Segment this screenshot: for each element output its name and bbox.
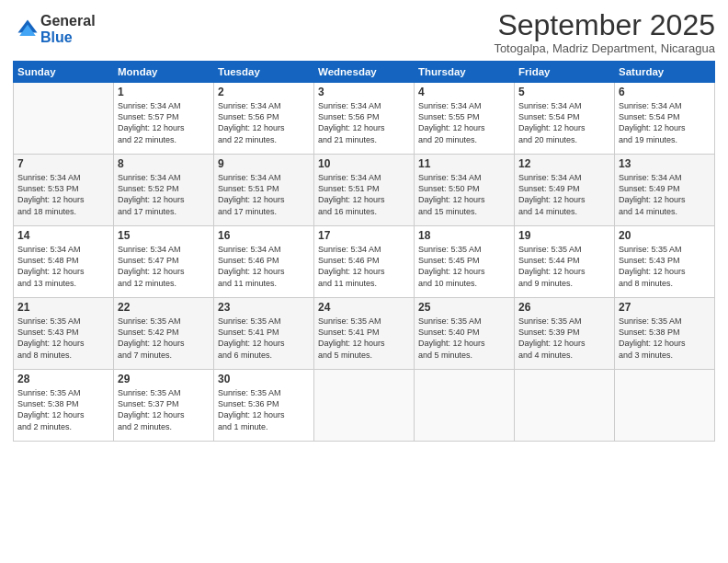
day-info: Sunrise: 5:35 AM Sunset: 5:43 PM Dayligh… [17, 316, 109, 361]
calendar-cell: 7Sunrise: 5:34 AM Sunset: 5:53 PM Daylig… [14, 155, 114, 226]
logo-general: General [40, 13, 96, 29]
title-block: September 2025 Totogalpa, Madriz Departm… [494, 9, 715, 55]
day-info: Sunrise: 5:34 AM Sunset: 5:46 PM Dayligh… [218, 244, 310, 289]
day-info: Sunrise: 5:34 AM Sunset: 5:51 PM Dayligh… [218, 172, 310, 217]
month-title: September 2025 [494, 9, 715, 41]
header: General Blue September 2025 Totogalpa, M… [13, 9, 715, 55]
calendar-cell: 4Sunrise: 5:34 AM Sunset: 5:55 PM Daylig… [415, 83, 515, 155]
day-number: 5 [518, 86, 610, 98]
day-info: Sunrise: 5:34 AM Sunset: 5:55 PM Dayligh… [418, 100, 510, 145]
day-info: Sunrise: 5:34 AM Sunset: 5:53 PM Dayligh… [17, 172, 109, 217]
calendar-cell: 24Sunrise: 5:35 AM Sunset: 5:41 PM Dayli… [314, 298, 415, 370]
calendar-cell: 6Sunrise: 5:34 AM Sunset: 5:54 PM Daylig… [615, 83, 715, 155]
location-subtitle: Totogalpa, Madriz Department, Nicaragua [494, 41, 715, 55]
day-number: 1 [118, 86, 210, 98]
day-info: Sunrise: 5:35 AM Sunset: 5:36 PM Dayligh… [218, 387, 310, 432]
day-number: 29 [118, 373, 210, 385]
calendar-cell: 15Sunrise: 5:34 AM Sunset: 5:47 PM Dayli… [114, 226, 214, 298]
day-number: 23 [218, 301, 310, 314]
header-row: SundayMondayTuesdayWednesdayThursdayFrid… [14, 62, 715, 83]
day-number: 17 [318, 229, 410, 242]
day-info: Sunrise: 5:34 AM Sunset: 5:56 PM Dayligh… [218, 100, 310, 145]
day-number: 10 [318, 157, 410, 170]
calendar-cell: 2Sunrise: 5:34 AM Sunset: 5:56 PM Daylig… [214, 83, 314, 155]
day-info: Sunrise: 5:34 AM Sunset: 5:49 PM Dayligh… [619, 172, 711, 217]
day-number: 18 [418, 229, 510, 242]
calendar-header: SundayMondayTuesdayWednesdayThursdayFrid… [14, 62, 715, 83]
logo-text: General Blue [40, 13, 96, 45]
day-number: 25 [418, 301, 510, 314]
calendar-cell: 14Sunrise: 5:34 AM Sunset: 5:48 PM Dayli… [14, 226, 114, 298]
calendar-cell: 18Sunrise: 5:35 AM Sunset: 5:45 PM Dayli… [415, 226, 515, 298]
calendar-cell: 27Sunrise: 5:35 AM Sunset: 5:38 PM Dayli… [615, 298, 715, 370]
day-number: 12 [518, 157, 610, 170]
calendar-cell [415, 370, 515, 442]
logo: General Blue [13, 13, 96, 45]
header-cell-thursday: Thursday [415, 62, 515, 83]
week-row-1: 1Sunrise: 5:34 AM Sunset: 5:57 PM Daylig… [14, 83, 715, 155]
day-number: 22 [118, 301, 210, 314]
day-number: 21 [17, 301, 109, 314]
day-number: 7 [17, 157, 109, 170]
header-cell-tuesday: Tuesday [214, 62, 314, 83]
day-number: 30 [218, 373, 310, 385]
day-info: Sunrise: 5:35 AM Sunset: 5:39 PM Dayligh… [518, 316, 610, 361]
day-number: 8 [118, 157, 210, 170]
calendar-cell: 1Sunrise: 5:34 AM Sunset: 5:57 PM Daylig… [114, 83, 214, 155]
calendar-cell: 20Sunrise: 5:35 AM Sunset: 5:43 PM Dayli… [615, 226, 715, 298]
day-info: Sunrise: 5:34 AM Sunset: 5:54 PM Dayligh… [619, 100, 711, 145]
day-info: Sunrise: 5:34 AM Sunset: 5:46 PM Dayligh… [318, 244, 410, 289]
day-number: 20 [619, 229, 711, 242]
calendar-body: 1Sunrise: 5:34 AM Sunset: 5:57 PM Daylig… [14, 83, 715, 442]
header-cell-monday: Monday [114, 62, 214, 83]
day-info: Sunrise: 5:35 AM Sunset: 5:41 PM Dayligh… [218, 316, 310, 361]
calendar-cell: 26Sunrise: 5:35 AM Sunset: 5:39 PM Dayli… [515, 298, 615, 370]
day-number: 19 [518, 229, 610, 242]
calendar-cell [314, 370, 415, 442]
day-info: Sunrise: 5:35 AM Sunset: 5:37 PM Dayligh… [118, 387, 210, 432]
day-number: 6 [619, 86, 711, 98]
day-info: Sunrise: 5:34 AM Sunset: 5:54 PM Dayligh… [518, 100, 610, 145]
day-number: 26 [518, 301, 610, 314]
day-number: 9 [218, 157, 310, 170]
day-info: Sunrise: 5:35 AM Sunset: 5:41 PM Dayligh… [318, 316, 410, 361]
header-cell-wednesday: Wednesday [314, 62, 415, 83]
week-row-3: 14Sunrise: 5:34 AM Sunset: 5:48 PM Dayli… [14, 226, 715, 298]
day-number: 11 [418, 157, 510, 170]
day-info: Sunrise: 5:34 AM Sunset: 5:57 PM Dayligh… [118, 100, 210, 145]
calendar-cell: 8Sunrise: 5:34 AM Sunset: 5:52 PM Daylig… [114, 155, 214, 226]
day-number: 2 [218, 86, 310, 98]
calendar-cell: 28Sunrise: 5:35 AM Sunset: 5:38 PM Dayli… [14, 370, 114, 442]
calendar-cell: 25Sunrise: 5:35 AM Sunset: 5:40 PM Dayli… [415, 298, 515, 370]
calendar-cell [14, 83, 114, 155]
calendar-cell [615, 370, 715, 442]
calendar-page: General Blue September 2025 Totogalpa, M… [0, 0, 728, 563]
day-number: 28 [17, 373, 109, 385]
day-number: 14 [17, 229, 109, 242]
day-info: Sunrise: 5:34 AM Sunset: 5:50 PM Dayligh… [418, 172, 510, 217]
calendar-cell: 16Sunrise: 5:34 AM Sunset: 5:46 PM Dayli… [214, 226, 314, 298]
calendar-cell [515, 370, 615, 442]
calendar-cell: 17Sunrise: 5:34 AM Sunset: 5:46 PM Dayli… [314, 226, 415, 298]
week-row-2: 7Sunrise: 5:34 AM Sunset: 5:53 PM Daylig… [14, 155, 715, 226]
day-number: 15 [118, 229, 210, 242]
calendar-cell: 5Sunrise: 5:34 AM Sunset: 5:54 PM Daylig… [515, 83, 615, 155]
day-info: Sunrise: 5:34 AM Sunset: 5:47 PM Dayligh… [118, 244, 210, 289]
calendar-cell: 13Sunrise: 5:34 AM Sunset: 5:49 PM Dayli… [615, 155, 715, 226]
day-info: Sunrise: 5:35 AM Sunset: 5:38 PM Dayligh… [17, 387, 109, 432]
calendar-cell: 3Sunrise: 5:34 AM Sunset: 5:56 PM Daylig… [314, 83, 415, 155]
logo-icon [15, 17, 40, 42]
day-number: 24 [318, 301, 410, 314]
header-cell-saturday: Saturday [615, 62, 715, 83]
day-info: Sunrise: 5:35 AM Sunset: 5:44 PM Dayligh… [518, 244, 610, 289]
day-number: 13 [619, 157, 711, 170]
calendar-cell: 22Sunrise: 5:35 AM Sunset: 5:42 PM Dayli… [114, 298, 214, 370]
day-info: Sunrise: 5:35 AM Sunset: 5:38 PM Dayligh… [619, 316, 711, 361]
calendar-cell: 29Sunrise: 5:35 AM Sunset: 5:37 PM Dayli… [114, 370, 214, 442]
day-number: 4 [418, 86, 510, 98]
header-cell-sunday: Sunday [14, 62, 114, 83]
day-info: Sunrise: 5:35 AM Sunset: 5:43 PM Dayligh… [619, 244, 711, 289]
day-info: Sunrise: 5:34 AM Sunset: 5:48 PM Dayligh… [17, 244, 109, 289]
day-info: Sunrise: 5:34 AM Sunset: 5:51 PM Dayligh… [318, 172, 410, 217]
header-cell-friday: Friday [515, 62, 615, 83]
